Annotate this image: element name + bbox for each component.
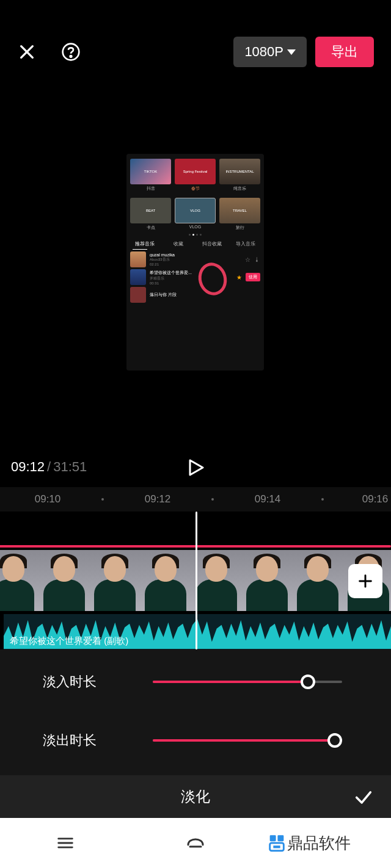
- music-tab: 抖音收藏: [197, 239, 227, 249]
- music-cat: TRAVEL: [219, 198, 260, 223]
- music-tab: 收藏: [164, 239, 194, 249]
- resolution-button[interactable]: 1080P: [233, 37, 307, 67]
- music-cat: BEAT: [130, 198, 171, 223]
- star-icon: ★: [236, 274, 242, 281]
- audio-clip-label: 希望你被这个世界爱着 (副歌): [10, 635, 128, 647]
- music-cat: TIKTOK: [130, 159, 171, 184]
- svg-point-3: [70, 56, 72, 57]
- music-tab: 推荐音乐: [130, 239, 160, 249]
- nav-home-button[interactable]: [130, 818, 260, 868]
- music-tab: 导入音乐: [230, 239, 260, 249]
- video-preview: TIKTOK Spring Festival INSTRUMENTAL 抖音 春…: [126, 154, 264, 371]
- music-cat: INSTRUMENTAL: [219, 159, 260, 184]
- svg-rect-12: [277, 835, 283, 841]
- star-icon: ☆: [245, 256, 250, 263]
- fade-in-label: 淡入时长: [43, 673, 116, 691]
- close-icon[interactable]: [17, 42, 37, 62]
- music-cat: Spring Festival: [175, 159, 216, 184]
- brand-logo-icon: [266, 833, 287, 853]
- resolution-label: 1080P: [244, 44, 283, 60]
- use-button: 使用: [246, 273, 260, 281]
- music-cat: VLOG: [175, 198, 216, 223]
- current-time: 09:12: [11, 459, 45, 475]
- download-icon: ⭳: [254, 256, 260, 262]
- brand-watermark: 鼎品软件: [257, 818, 391, 868]
- fade-panel: 淡入时长 淡出时长: [0, 649, 391, 775]
- svg-rect-14: [273, 845, 280, 848]
- timeline-ruler[interactable]: 09:10 09:12 09:14 09:16: [0, 487, 391, 512]
- chevron-down-icon: [287, 49, 296, 55]
- play-button[interactable]: [185, 457, 206, 481]
- audio-track[interactable]: 希望你被这个世界爱着 (副歌): [4, 614, 391, 649]
- add-clip-button[interactable]: [348, 564, 382, 598]
- svg-rect-11: [270, 835, 276, 841]
- fade-out-slider[interactable]: [153, 734, 342, 747]
- export-button[interactable]: 导出: [315, 37, 374, 67]
- panel-title: 淡化: [55, 787, 336, 806]
- fade-out-label: 淡出时长: [43, 731, 116, 750]
- confirm-button[interactable]: [336, 786, 391, 807]
- playhead[interactable]: [196, 512, 197, 649]
- brand-text: 鼎品软件: [287, 833, 351, 854]
- fade-in-slider[interactable]: [153, 676, 342, 688]
- svg-marker-4: [190, 460, 203, 475]
- help-icon[interactable]: [61, 42, 81, 62]
- nav-menu-button[interactable]: [0, 818, 130, 868]
- total-time: 31:51: [53, 459, 87, 475]
